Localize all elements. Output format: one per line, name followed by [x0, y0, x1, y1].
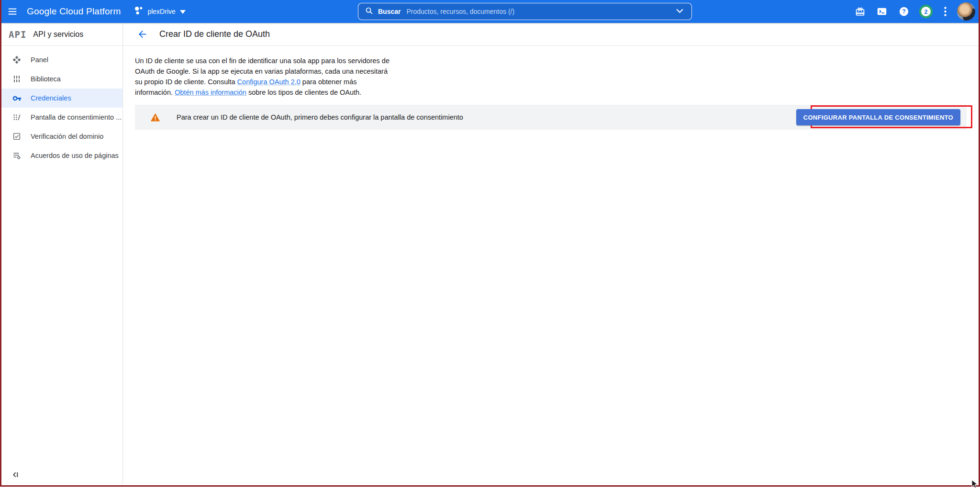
- configure-consent-screen-button[interactable]: CONFIGURAR PANTALLA DE CONSENTIMIENTO: [796, 109, 960, 125]
- sidebar-title: API y servicios: [33, 30, 83, 39]
- topbar-actions: ? 2: [852, 0, 975, 23]
- sidebar-item-label: Pantalla de consentimiento ...: [31, 113, 122, 121]
- sidebar-header: API API y servicios: [0, 23, 122, 46]
- warning-banner: Para crear un ID de cliente de OAuth, pr…: [135, 105, 967, 130]
- project-selector[interactable]: plexDrive: [134, 6, 185, 17]
- help-glyph: ?: [902, 8, 906, 15]
- screen: Google Cloud Platform plexDrive Buscar P…: [0, 0, 980, 491]
- project-icon: [134, 6, 144, 17]
- api-logo: API: [9, 29, 26, 40]
- sidebar-item-label: Credenciales: [31, 94, 71, 102]
- help-icon[interactable]: ?: [896, 3, 912, 20]
- notifications-badge[interactable]: 2: [918, 3, 934, 20]
- cloud-shell-icon[interactable]: [874, 3, 890, 20]
- sidebar-item-panel[interactable]: Panel: [0, 50, 122, 69]
- app-bar: Google Cloud Platform plexDrive Buscar P…: [0, 0, 980, 23]
- page-header: Crear ID de cliente de OAuth: [123, 23, 980, 46]
- bottom-strip: [0, 487, 980, 491]
- sidebar-item-label: Biblioteca: [31, 75, 61, 83]
- project-caret-icon: [180, 7, 186, 16]
- sidebar-item-credenciales[interactable]: Credenciales: [0, 89, 122, 108]
- library-icon: [12, 74, 22, 84]
- notification-count: 2: [924, 9, 928, 15]
- search-icon: [365, 7, 373, 17]
- domain-verification-icon: [12, 132, 22, 141]
- learn-more-link[interactable]: Obtén más información: [175, 89, 246, 96]
- body: API API y servicios Panel Biblioteca: [0, 23, 980, 487]
- back-arrow-icon[interactable]: [136, 28, 148, 41]
- search-input[interactable]: Buscar Productos, recursos, documentos (…: [358, 3, 692, 20]
- dashboard-icon: [12, 55, 22, 65]
- collapse-sidebar-icon[interactable]: [11, 469, 23, 482]
- warning-icon: [150, 112, 160, 123]
- intro-text: Un ID de cliente se usa con el fin de id…: [135, 56, 390, 98]
- sidebar-item-label: Acuerdos de uso de páginas: [31, 152, 119, 159]
- consent-screen-icon: [12, 112, 22, 122]
- main-panel: Crear ID de cliente de OAuth Un ID de cl…: [123, 23, 980, 487]
- sidebar-item-label: Panel: [31, 56, 48, 64]
- sidebar-item-verificacion-dominio[interactable]: Verificación del dominio: [0, 127, 122, 146]
- search-placeholder: Productos, recursos, documentos (/): [406, 8, 676, 15]
- sidebar-nav: Panel Biblioteca Credenciales: [0, 46, 122, 165]
- configure-oauth-link[interactable]: Configura OAuth 2.0: [237, 78, 301, 86]
- search-caret-icon[interactable]: [676, 7, 684, 16]
- search-label: Buscar: [378, 8, 401, 15]
- page-title: Crear ID de cliente de OAuth: [159, 29, 270, 39]
- sidebar-item-label: Verificación del dominio: [31, 133, 103, 140]
- sidebar-item-acuerdos[interactable]: Acuerdos de uso de páginas: [0, 146, 122, 165]
- gift-icon[interactable]: [852, 3, 868, 20]
- more-vertical-icon[interactable]: [940, 3, 950, 20]
- project-name: plexDrive: [147, 8, 175, 15]
- key-icon: [12, 93, 22, 103]
- sidebar-item-pantalla-consentimiento[interactable]: Pantalla de consentimiento ...: [0, 108, 122, 127]
- warning-text: Para crear un ID de cliente de OAuth, pr…: [177, 113, 463, 121]
- main-content: Un ID de cliente se usa con el fin de id…: [123, 46, 980, 130]
- intro-segment: sobre los tipos de clientes de OAuth.: [246, 89, 361, 96]
- sidebar: API API y servicios Panel Biblioteca: [0, 23, 123, 487]
- sidebar-item-biblioteca[interactable]: Biblioteca: [0, 69, 122, 89]
- hamburger-menu-icon[interactable]: [0, 0, 25, 23]
- gcp-logo[interactable]: Google Cloud Platform: [27, 6, 121, 17]
- user-avatar[interactable]: [957, 2, 975, 21]
- page-usage-agreements-icon: [12, 151, 22, 160]
